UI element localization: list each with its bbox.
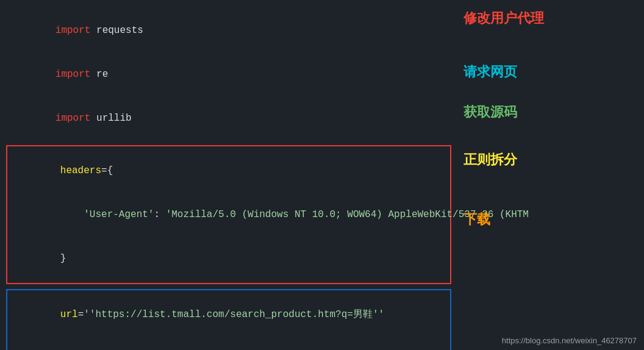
- url-var: url: [60, 309, 78, 320]
- url-line: url=''https://list.tmall.com/search_prod…: [11, 293, 446, 337]
- headers-section: headers={ 'User-Agent': 'Mozilla/5.0 (Wi…: [6, 145, 451, 284]
- import-re: import re: [6, 52, 451, 96]
- sidebar-item-3: 获取源码: [463, 103, 638, 121]
- colon: :: [154, 209, 165, 220]
- footer-url: https://blog.csdn.net/weixin_46278707: [502, 336, 637, 345]
- headers-eq: ={: [101, 165, 113, 176]
- url-value: ''https://list.tmall.com/search_product.…: [84, 309, 384, 320]
- module-urllib: urllib: [90, 113, 131, 124]
- import-requests: import requests: [6, 9, 451, 52]
- sidebar-item-2: 请求网页: [463, 63, 638, 81]
- import-urllib: import urllib: [6, 96, 451, 140]
- label-download: 下载: [463, 212, 490, 227]
- imports-section: import requests import re import urllib: [6, 6, 451, 143]
- headers-open: headers={: [11, 149, 446, 193]
- sidebar-item-1: 修改用户代理: [463, 9, 638, 27]
- url-eq: =: [78, 309, 84, 320]
- label-regex-split: 正则拆分: [463, 152, 517, 167]
- headers-var: headers: [60, 165, 101, 176]
- module-re: re: [90, 69, 108, 80]
- keyword-import-3: import: [55, 113, 91, 124]
- label-request-page: 请求网页: [463, 64, 517, 79]
- code-area: import requests import re import urllib …: [6, 6, 451, 350]
- module-requests: requests: [90, 25, 143, 36]
- sidebar-item-4: 正则拆分: [463, 151, 638, 169]
- label-get-source: 获取源码: [463, 104, 517, 120]
- headers-value: 'User-Agent': 'Mozilla/5.0 (Windows NT 1…: [11, 193, 446, 237]
- main-container: import requests import re import urllib …: [0, 0, 644, 350]
- label-modify-user-agent: 修改用户代理: [463, 10, 544, 26]
- keyword-import-1: import: [55, 25, 91, 36]
- keyword-import-2: import: [55, 69, 91, 80]
- sidebar: 修改用户代理 请求网页 获取源码 正则拆分 下载: [451, 6, 638, 350]
- response-line: response=requests.get(url,headers=header…: [11, 337, 446, 350]
- indent-spaces: [60, 209, 84, 220]
- user-agent-key: 'User-Agent': [84, 209, 154, 220]
- close-brace: }: [60, 253, 66, 264]
- headers-close: }: [11, 237, 446, 280]
- url-section: url=''https://list.tmall.com/search_prod…: [6, 289, 451, 350]
- sidebar-item-5: 下载: [463, 210, 638, 229]
